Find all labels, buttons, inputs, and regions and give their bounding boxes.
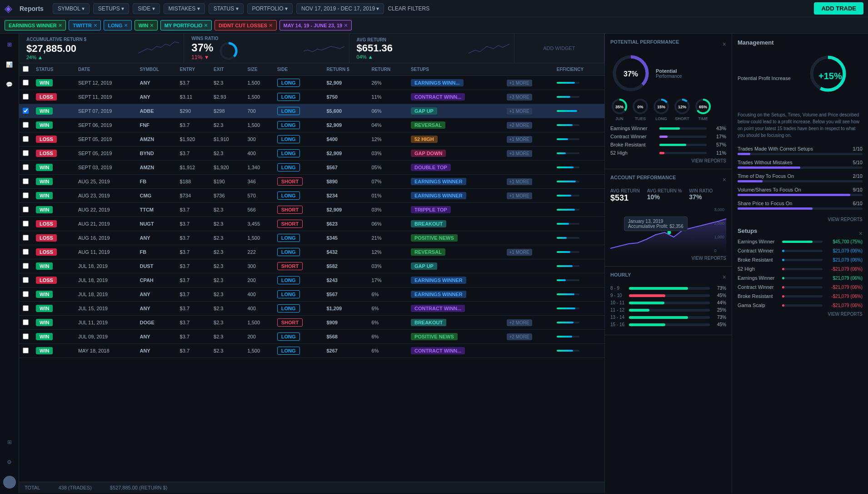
table-row[interactable]: WIN JUL 11, 2019 DOGE $3.7 $2.3 1,500 SH… bbox=[19, 316, 604, 330]
col-setups[interactable]: SETUPS bbox=[407, 63, 501, 76]
row-more[interactable]: +1 MORE bbox=[501, 132, 553, 146]
row-setup[interactable]: GAP UP bbox=[407, 259, 501, 273]
row-setup[interactable]: BREAKOUT bbox=[407, 316, 501, 330]
row-symbol[interactable]: BYND bbox=[136, 146, 176, 161]
table-row[interactable]: WIN JUL 09, 2019 ANY $3.7 $2.3 200 LONG … bbox=[19, 330, 604, 344]
more-badge[interactable]: +3 MORE bbox=[507, 94, 532, 101]
date-range[interactable]: NOV 17, 2019 - DEC 17, 2019 ▾ bbox=[296, 3, 384, 14]
table-row[interactable]: LOSS SEPT 05, 2019 AMZN $1,920 $1,910 30… bbox=[19, 132, 604, 146]
close-icon[interactable]: × bbox=[269, 22, 273, 29]
row-more[interactable] bbox=[501, 259, 553, 273]
row-checkbox[interactable] bbox=[23, 192, 29, 198]
row-symbol[interactable]: ANY bbox=[136, 76, 176, 90]
row-setup[interactable]: EARNINGS WINNER bbox=[407, 287, 501, 302]
row-more[interactable] bbox=[501, 217, 553, 231]
row-more[interactable]: +1 MORE bbox=[501, 189, 553, 203]
side-filter[interactable]: SIDE ▾ bbox=[133, 3, 160, 14]
row-checkbox[interactable] bbox=[23, 348, 29, 353]
row-setup[interactable]: EARNINGS WINNER bbox=[407, 189, 501, 203]
row-setup[interactable]: REVERSAL bbox=[407, 118, 501, 132]
row-checkbox[interactable] bbox=[23, 277, 29, 283]
row-checkbox[interactable] bbox=[23, 94, 29, 100]
setups-view-reports[interactable]: VIEW REPORTS bbox=[738, 312, 863, 317]
row-symbol[interactable]: ANY bbox=[136, 231, 176, 245]
row-more[interactable] bbox=[501, 161, 553, 175]
row-symbol[interactable]: ANY bbox=[136, 90, 176, 104]
row-setup[interactable]: DOUBLE TOP bbox=[407, 161, 501, 175]
row-setup[interactable]: REVERSAL bbox=[407, 245, 501, 259]
col-symbol[interactable]: SYMBOL bbox=[136, 63, 176, 76]
row-more[interactable] bbox=[501, 273, 553, 287]
col-status[interactable]: STATUS bbox=[32, 63, 75, 76]
account-close-icon[interactable]: × bbox=[723, 176, 726, 183]
more-badge[interactable]: +1 MORE bbox=[507, 249, 532, 256]
mgmt-view-reports[interactable]: VIEW REPORTS bbox=[738, 217, 863, 222]
table-row[interactable]: WIN SEPT 03, 2019 AMZN $1,912 $1,920 1,3… bbox=[19, 161, 604, 175]
potential-close-icon[interactable]: × bbox=[723, 40, 726, 48]
tag-didnt-cut-losses[interactable]: DIDNT CUT LOSSES × bbox=[215, 20, 277, 30]
row-setup[interactable]: CONTRACT WINN... bbox=[407, 344, 501, 358]
close-icon[interactable]: × bbox=[59, 22, 62, 29]
row-checkbox[interactable] bbox=[23, 291, 29, 297]
row-symbol[interactable]: FB bbox=[136, 175, 176, 189]
row-more[interactable]: +3 MORE bbox=[501, 146, 553, 161]
row-checkbox[interactable] bbox=[23, 150, 29, 156]
tag-date-range[interactable]: MAY 14, 19 - JUNE 23, 19 × bbox=[279, 20, 352, 30]
more-badge[interactable]: +1 MORE bbox=[507, 192, 532, 199]
close-icon[interactable]: × bbox=[204, 22, 208, 29]
table-row[interactable]: WIN MAY 18, 2018 ANY $3.7 $2.3 1,500 LON… bbox=[19, 344, 604, 358]
table-row[interactable]: LOSS JUL 18, 2019 CPAH $3.7 $2.3 200 LON… bbox=[19, 273, 604, 287]
row-symbol[interactable]: ANY bbox=[136, 302, 176, 316]
symbol-filter[interactable]: SYMBOL ▾ bbox=[53, 3, 90, 14]
sidebar-icon-avatar[interactable] bbox=[3, 476, 16, 489]
col-date[interactable]: DATE bbox=[75, 63, 136, 76]
sidebar-icon-settings[interactable]: ⚙ bbox=[3, 456, 16, 469]
col-exit[interactable]: EXIT bbox=[210, 63, 244, 76]
row-symbol[interactable]: ADBE bbox=[136, 104, 176, 118]
table-row[interactable]: LOSS AUG 21, 2019 NUGT $3.7 $2.3 3,455 S… bbox=[19, 217, 604, 231]
row-checkbox[interactable] bbox=[23, 319, 29, 325]
row-symbol[interactable]: ANY bbox=[136, 344, 176, 358]
col-return-dollar[interactable]: RETURN $ bbox=[323, 63, 368, 76]
row-setup[interactable]: BREAKOUT bbox=[407, 217, 501, 231]
row-checkbox[interactable] bbox=[23, 235, 29, 241]
row-setup[interactable]: GAP DOWN bbox=[407, 146, 501, 161]
sidebar-icon-grid[interactable]: ⊞ bbox=[3, 38, 16, 51]
row-symbol[interactable]: DOGE bbox=[136, 316, 176, 330]
row-setup[interactable]: GAP UP bbox=[407, 104, 501, 118]
table-row[interactable]: LOSS AUG 11, 2019 FB $3.7 $2.3 222 LONG … bbox=[19, 245, 604, 259]
tag-earnings-winner[interactable]: EARNINGS WINNER × bbox=[5, 20, 66, 30]
table-row[interactable]: LOSS SEPT 05, 2019 BYND $3.7 $2.3 400 LO… bbox=[19, 146, 604, 161]
more-badge[interactable]: +2 MORE bbox=[507, 333, 532, 340]
row-checkbox[interactable] bbox=[23, 305, 29, 311]
status-filter[interactable]: STATUS ▾ bbox=[209, 3, 244, 14]
row-checkbox[interactable] bbox=[23, 80, 29, 86]
row-symbol[interactable]: FB bbox=[136, 245, 176, 259]
close-icon[interactable]: × bbox=[124, 22, 128, 29]
row-setup[interactable]: CONTRACT WINN... bbox=[407, 90, 501, 104]
row-setup[interactable]: 52 HIGH bbox=[407, 132, 501, 146]
tag-long[interactable]: LONG × bbox=[104, 20, 131, 30]
col-size[interactable]: SIZE bbox=[244, 63, 274, 76]
account-view-reports[interactable]: VIEW REPORTS bbox=[610, 256, 726, 261]
row-checkbox[interactable] bbox=[23, 263, 29, 269]
add-widget-btn[interactable]: ADD WIDGET bbox=[543, 45, 575, 51]
potential-view-reports[interactable]: VIEW REPORTS bbox=[610, 158, 726, 163]
row-setup[interactable]: CONTRACT WINN... bbox=[407, 302, 501, 316]
row-checkbox[interactable] bbox=[23, 249, 29, 255]
table-row[interactable]: WIN AUG 22, 2019 TTCM $3.7 $2.3 566 SHOR… bbox=[19, 203, 604, 217]
row-checkbox[interactable] bbox=[23, 108, 29, 114]
more-badge[interactable]: +1 MORE bbox=[507, 178, 532, 185]
row-more[interactable]: +1 MORE bbox=[501, 175, 553, 189]
row-checkbox[interactable] bbox=[23, 136, 29, 142]
row-checkbox[interactable] bbox=[23, 221, 29, 227]
row-checkbox[interactable] bbox=[23, 207, 29, 212]
row-setup[interactable]: EARNINGS WINNER bbox=[407, 175, 501, 189]
row-checkbox[interactable] bbox=[23, 164, 29, 170]
more-badge[interactable]: +1 MORE bbox=[507, 108, 532, 115]
sidebar-icon-grid2[interactable]: ⊞ bbox=[3, 436, 16, 449]
tag-win[interactable]: WIN × bbox=[135, 20, 158, 30]
clear-filters-btn[interactable]: CLEAR FILTERS bbox=[388, 5, 429, 12]
row-setup[interactable]: POSITIVE NEWS bbox=[407, 231, 501, 245]
row-setup[interactable]: TRIPPLE TOP bbox=[407, 203, 501, 217]
